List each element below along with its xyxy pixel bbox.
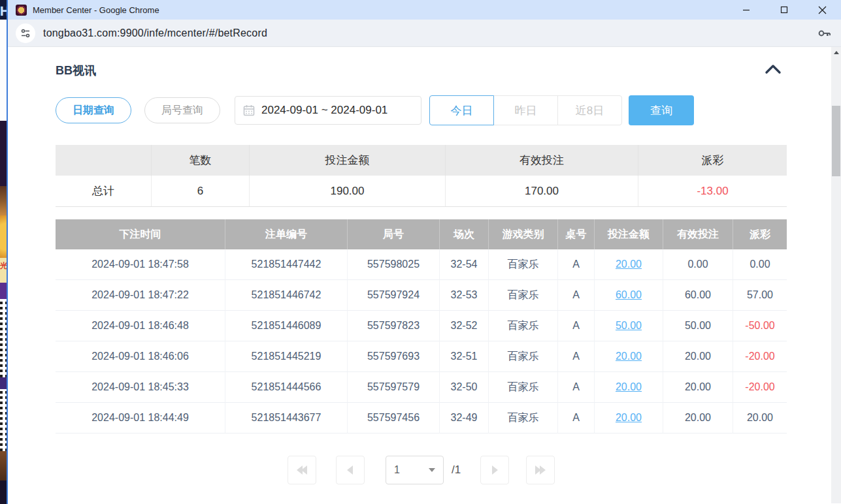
cell-table-id: A — [558, 341, 595, 372]
cell-bet-amount[interactable]: 60.00 — [595, 280, 663, 311]
bg-segment: 光 — [0, 258, 7, 283]
cell-payout: 57.00 — [733, 280, 787, 311]
cell-session: 32-51 — [440, 341, 489, 372]
cell-session: 32-54 — [440, 249, 489, 280]
cell-table-id: A — [558, 403, 595, 433]
quick-date-button-0[interactable]: 今日 — [429, 95, 494, 125]
pagination: 1 /1 — [56, 456, 787, 484]
cell-bet-time: 2024-09-01 18:46:48 — [56, 311, 225, 341]
cell-ticket-id: 521851445219 — [225, 341, 348, 372]
window-titlebar[interactable]: Member Center - Google Chrome — [8, 0, 841, 20]
cell-table-id: A — [558, 372, 595, 403]
cell-game-type: 百家乐 — [489, 341, 558, 372]
key-icon — [816, 25, 832, 41]
cell-round-id: 557597693 — [348, 341, 440, 372]
page-select[interactable]: 1 — [386, 456, 444, 484]
summary-table: 笔数投注金额有效投注派彩 总计6190.00170.00-13.00 — [56, 145, 787, 207]
bg-segment — [0, 85, 7, 121]
cell-payout: -20.00 — [733, 341, 787, 372]
chevron-left-icon — [347, 465, 353, 475]
summary-value-cell: 6 — [152, 176, 250, 206]
summary-header-cell: 派彩 — [638, 145, 787, 176]
bg-segment — [0, 283, 7, 299]
cell-valid-bet: 50.00 — [663, 311, 733, 341]
cell-ticket-id: 521851443677 — [225, 403, 348, 433]
table-row: 2024-09-01 18:47:22521851446742557597924… — [56, 280, 787, 311]
summary-value-cell: 总计 — [56, 176, 152, 206]
vertical-scrollbar[interactable] — [831, 47, 841, 503]
cell-bet-amount[interactable]: 50.00 — [595, 311, 663, 341]
cell-table-id: A — [558, 311, 595, 341]
cell-bet-amount[interactable]: 20.00 — [595, 341, 663, 372]
cell-round-id: 557597579 — [348, 372, 440, 403]
table-body: 2024-09-01 18:47:58521851447442557598025… — [56, 249, 787, 433]
cell-bet-amount[interactable]: 20.00 — [595, 372, 663, 403]
scroll-up-button[interactable] — [831, 47, 841, 57]
bg-segment — [0, 451, 7, 480]
cell-game-type: 百家乐 — [489, 403, 558, 433]
column-header: 桌号 — [558, 219, 595, 249]
bg-segment: 程 — [0, 20, 7, 85]
filter-toolbar: 日期查询 局号查询 2024-09-01 ~ 2024-09-01 — [56, 95, 787, 125]
scroll-up-arrow-icon — [834, 51, 839, 54]
cell-session: 32-52 — [440, 311, 489, 341]
window-controls — [727, 0, 841, 20]
prev-page-button[interactable] — [336, 456, 365, 484]
summary-header-cell — [56, 145, 152, 176]
summary-header-cell: 投注金额 — [250, 145, 446, 176]
cell-session: 32-49 — [440, 403, 489, 433]
password-manager-button[interactable] — [816, 25, 832, 41]
cell-table-id: A — [558, 249, 595, 280]
cell-payout: -50.00 — [733, 311, 787, 341]
cell-game-type: 百家乐 — [489, 249, 558, 280]
last-page-button[interactable] — [526, 456, 555, 484]
cell-valid-bet: 20.00 — [663, 372, 733, 403]
first-page-button[interactable] — [288, 456, 316, 484]
quick-date-button-2[interactable]: 近8日 — [557, 95, 622, 125]
search-button[interactable]: 查询 — [629, 95, 694, 125]
page-select-value: 1 — [394, 464, 400, 476]
column-header: 派彩 — [733, 219, 787, 249]
total-pages-label: /1 — [452, 464, 461, 477]
maximize-button[interactable] — [765, 0, 803, 20]
date-query-tab[interactable]: 日期查询 — [56, 97, 131, 123]
summary-value-cell: 190.00 — [250, 176, 446, 206]
bg-segment — [0, 215, 7, 258]
bg-segment — [0, 186, 7, 215]
quick-date-button-1[interactable]: 昨日 — [493, 95, 558, 125]
chevron-right-icon — [492, 465, 498, 475]
cell-ticket-id: 521851446742 — [225, 280, 348, 311]
chevron-up-icon — [765, 64, 782, 74]
collapse-panel-button[interactable] — [765, 64, 782, 77]
tune-icon — [20, 28, 31, 39]
cell-table-id: A — [558, 280, 595, 311]
site-settings-button[interactable] — [16, 24, 35, 43]
cell-payout: 20.00 — [733, 403, 787, 433]
date-range-value: 2024-09-01 ~ 2024-09-01 — [261, 104, 388, 117]
chevron-down-icon — [429, 468, 435, 472]
double-chevron-left-icon — [297, 465, 307, 475]
screen: H 程 光 Member Center - Google Chrome — [0, 0, 841, 504]
close-button[interactable] — [803, 0, 841, 20]
table-header-row: 下注时间注单编号局号场次游戏类别桌号投注金额有效投注派彩 — [56, 219, 787, 249]
url-text[interactable]: tongbao31.com:9900/infe/mcenter/#/betRec… — [43, 27, 267, 39]
bg-segment — [0, 121, 7, 186]
cell-session: 32-50 — [440, 372, 489, 403]
bet-records-table: 下注时间注单编号局号场次游戏类别桌号投注金额有效投注派彩 2024-09-01 … — [56, 219, 787, 433]
round-query-tab[interactable]: 局号查询 — [144, 97, 220, 123]
calendar-icon — [243, 104, 255, 116]
summary-value-cell: 170.00 — [446, 176, 638, 206]
minimize-button[interactable] — [727, 0, 765, 20]
column-header: 注单编号 — [225, 219, 348, 249]
cell-bet-amount[interactable]: 20.00 — [595, 403, 663, 433]
column-header: 有效投注 — [663, 219, 733, 249]
page-title: BB视讯 — [56, 63, 96, 78]
scrollbar-thumb[interactable] — [832, 106, 840, 176]
cell-bet-time: 2024-09-01 18:46:06 — [56, 341, 225, 372]
cell-bet-amount[interactable]: 20.00 — [595, 249, 663, 280]
date-range-input[interactable]: 2024-09-01 ~ 2024-09-01 — [235, 96, 421, 125]
window-title: Member Center - Google Chrome — [33, 5, 159, 15]
cell-game-type: 百家乐 — [489, 372, 558, 403]
table-row: 2024-09-01 18:45:33521851444566557597579… — [56, 372, 787, 403]
next-page-button[interactable] — [480, 456, 509, 484]
